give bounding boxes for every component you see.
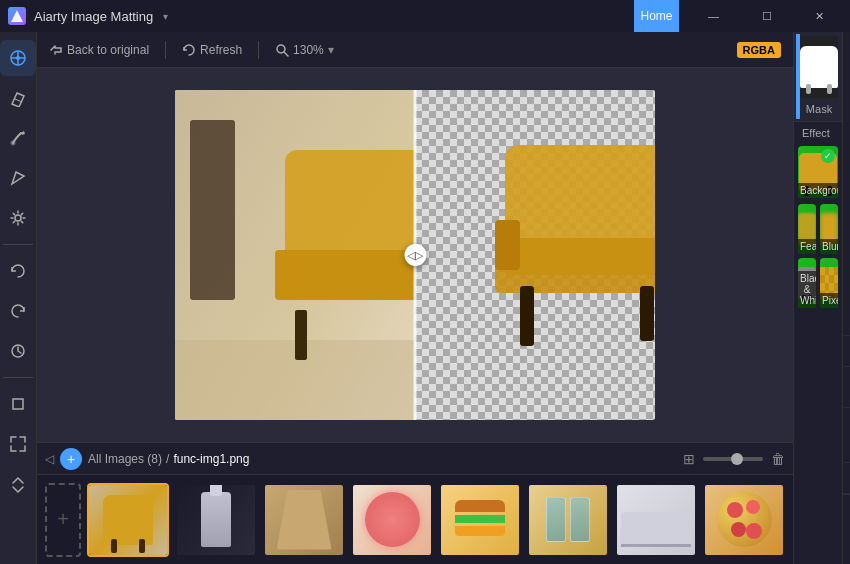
export-buttons: Single Export Batch Export: [843, 552, 850, 564]
all-images-label[interactable]: All Images (8): [88, 452, 162, 466]
home-button[interactable]: Home: [634, 0, 679, 32]
manual-area-row[interactable]: Manual Area + + Add Area: [843, 408, 850, 463]
film-thumb-3[interactable]: [263, 483, 345, 557]
canvas-toolbar: Back to original Refresh 130% ▾ RGBA: [37, 32, 793, 68]
effects-panel: ✓ Background Feather: [794, 142, 842, 564]
app-icon: [8, 7, 26, 25]
settings-panel: Image Matting AI Hardware CPU ▾ AI Model…: [842, 32, 850, 564]
maximize-button[interactable]: ☐: [744, 0, 789, 32]
effects-grid: Feather Blur: [798, 202, 838, 310]
minimize-button[interactable]: —: [691, 0, 736, 32]
app-dropdown-arrow[interactable]: ▾: [163, 11, 168, 22]
effect-label-container: Effect: [794, 122, 842, 142]
feather-effect-item[interactable]: Feather: [798, 204, 816, 254]
effect-section-label: Effect: [800, 123, 832, 141]
delete-image-icon[interactable]: 🗑: [771, 451, 785, 467]
rgba-toggle[interactable]: RGBA: [737, 42, 781, 58]
filmstrip-bar: ◁ + All Images (8) / func-img1.png ⊞ 🗑: [37, 442, 793, 474]
background-effect-label: Background: [798, 183, 838, 198]
back-to-original-button[interactable]: Back to original: [49, 43, 149, 57]
preview-strip: Mask: [794, 32, 842, 122]
settings-tool-button[interactable]: [0, 200, 36, 236]
mask-label: Mask: [804, 101, 834, 117]
background-effect-item[interactable]: ✓ Background: [798, 146, 838, 198]
film-thumb-4[interactable]: [351, 483, 433, 557]
close-button[interactable]: ✕: [797, 0, 842, 32]
center-column: Back to original Refresh 130% ▾ RGBA: [37, 32, 793, 564]
right-effects-panel: Mask Effect ✓ Background: [793, 32, 842, 564]
canvas-image-container: ◁▷: [175, 90, 655, 420]
canvas-left-half: [175, 90, 415, 420]
breadcrumb-separator: /: [166, 452, 169, 466]
select-tool-button[interactable]: [0, 40, 36, 76]
add-image-button[interactable]: +: [60, 448, 82, 470]
ai-detect-row[interactable]: AI AI Detect +: [843, 367, 850, 408]
image-matting-section: Image Matting AI Hardware CPU ▾ AI Model…: [843, 32, 850, 336]
breadcrumb: All Images (8) / func-img1.png: [88, 452, 249, 466]
blur-effect-item[interactable]: Blur: [820, 204, 838, 254]
mask-preview-thumb[interactable]: [800, 36, 838, 99]
svg-point-4: [16, 56, 20, 60]
mask-preview-container: Mask: [800, 36, 838, 117]
split-handle-button[interactable]: ◁▷: [404, 244, 426, 266]
feather-effect-label: Feather: [798, 239, 816, 254]
slider-thumb: [731, 453, 743, 465]
blur-effect-label: Blur: [820, 239, 838, 254]
svg-line-7: [16, 172, 24, 176]
svg-rect-10: [13, 399, 23, 409]
crop-button[interactable]: [0, 386, 36, 422]
blackwhite-effect-label: Black & White: [798, 271, 816, 308]
left-toolbar: [0, 32, 37, 564]
film-thumb-1[interactable]: [87, 483, 169, 557]
expand-button[interactable]: [0, 426, 36, 462]
undo-button[interactable]: [0, 253, 36, 289]
film-thumb-2[interactable]: [175, 483, 257, 557]
toolbar-separator-2: [3, 377, 33, 378]
image-size-icon[interactable]: ⊞: [683, 451, 695, 467]
redo-button[interactable]: [0, 293, 36, 329]
titlebar: Aiarty Image Matting ▾ Home — ☐ ✕: [0, 0, 850, 32]
export-bar: Export Settings 444 × 294 PNG | 8 bits ▲: [843, 494, 850, 552]
background-check-icon: ✓: [821, 149, 835, 163]
blackwhite-effect-item[interactable]: Black & White: [798, 258, 816, 308]
edit-row[interactable]: Edit ↺ +: [843, 336, 850, 367]
history-button[interactable]: [0, 333, 36, 369]
svg-point-8: [15, 215, 21, 221]
pixelation-effect-item[interactable]: Pixelation: [820, 258, 838, 308]
canvas-toolbar-sep-1: [165, 41, 166, 59]
film-thumb-7[interactable]: [615, 483, 697, 557]
eraser-tool-button[interactable]: [0, 80, 36, 116]
canvas-right-half: [415, 90, 655, 420]
canvas-toolbar-sep-2: [258, 41, 259, 59]
filmstrip: +: [37, 474, 793, 564]
film-thumb-5[interactable]: [439, 483, 521, 557]
filmstrip-collapse-arrow[interactable]: ◁: [45, 452, 54, 466]
current-file-label: func-img1.png: [173, 452, 249, 466]
background-effect-row: ✓ Background: [798, 146, 838, 198]
app-name: Aiarty Image Matting: [34, 9, 153, 24]
svg-line-5: [15, 99, 22, 102]
toolbar-separator-1: [3, 244, 33, 245]
film-thumb-8[interactable]: [703, 483, 785, 557]
canvas-viewport[interactable]: ◁▷: [37, 68, 793, 442]
refinement-row[interactable]: Refinement +: [843, 463, 850, 494]
refresh-button[interactable]: Refresh: [182, 43, 242, 57]
filmstrip-actions: ⊞ 🗑: [683, 451, 785, 467]
zoom-control[interactable]: 130% ▾: [275, 43, 334, 57]
pen-tool-button[interactable]: [0, 160, 36, 196]
pixelation-effect-label: Pixelation: [820, 293, 838, 308]
brush-tool-button[interactable]: [0, 120, 36, 156]
add-image-thumb[interactable]: +: [45, 483, 81, 557]
svg-line-12: [284, 52, 288, 56]
split-handle[interactable]: ◁▷: [414, 90, 417, 420]
main-layout: Back to original Refresh 130% ▾ RGBA: [0, 32, 850, 564]
svg-point-6: [11, 141, 16, 146]
thumbnail-size-slider[interactable]: [703, 457, 763, 461]
chair-cutout: [415, 90, 655, 420]
double-arrow-button[interactable]: [0, 466, 36, 502]
svg-marker-0: [11, 10, 23, 22]
film-thumb-6[interactable]: [527, 483, 609, 557]
